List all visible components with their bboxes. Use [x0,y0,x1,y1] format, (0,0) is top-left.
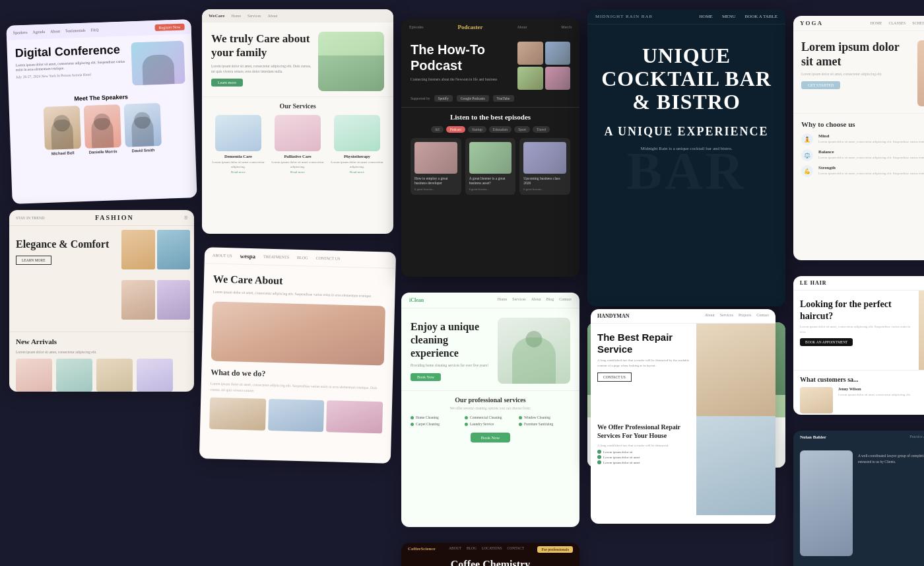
cleaning-nav-contact[interactable]: Contact [559,297,572,303]
wecare-cta-button[interactable]: Learn more [211,79,243,87]
coffee-nav-about[interactable]: ABOUT [449,546,461,553]
yoga-feat-text-2: Balance Lorem ipsum dolor sit amet, cons… [818,149,924,160]
testimonial-image [800,387,833,413]
conf-nav-testimonials[interactable]: Testimonials [65,28,86,33]
conf-nav-about[interactable]: About [50,29,60,34]
yoga-feat-text-3: Strength Lorem ipsum dolor sit amet, con… [818,165,924,176]
cleaning-nav-links: Home Services About Blog Contact [498,297,572,303]
testimonial-name: Jenny Wilson [838,387,924,391]
wespa-main-image [211,301,385,365]
wecare-nav-about[interactable]: About [267,14,277,18]
handy-lower-desc: A long established fact that a reader wi… [597,443,690,448]
fashion-menu-icon[interactable]: ☰ [184,215,187,220]
speaker-item: David Smith [123,103,162,153]
cleaning-title: Enjoy a unique cleaning experience [411,320,491,360]
svc-dot-6 [519,423,522,426]
tag-travel[interactable]: Travel [533,126,550,133]
hair-book-button[interactable]: BOOK AN APPOINTMENT [800,338,853,346]
fashion-product-1 [16,359,52,392]
cleaning-nav-about[interactable]: About [531,297,541,303]
lawyer-card: Nolan Bahler Practice Areas About FAQ Co… [793,431,924,566]
conf-nav-faq[interactable]: FAQ [90,28,98,32]
coffee-nav-blog[interactable]: BLOG [467,546,477,553]
svc-dot-2 [465,416,468,419]
svc-item-4: Carpet Cleaning [411,422,462,426]
tag-all[interactable]: All [431,126,444,133]
conference-description: Lorem ipsum dolor sit amet, consectetur … [15,59,126,73]
cleaning-nav-home[interactable]: Home [498,297,508,303]
wespa-nav-blog[interactable]: BLOG [297,256,308,260]
cocktail-nav-menu[interactable]: MENU [722,14,736,19]
service-link-3[interactable]: Read more [350,170,364,174]
podcast-nav-episodes[interactable]: Episodes [409,25,424,29]
yoga-nav-home[interactable]: HOME [871,21,882,25]
service-item-1: Dementia Care Lorem ipsum dolor sit amet… [211,115,265,174]
episode-item-2: A great listener is a great business ass… [465,138,516,195]
wecare-card: WeCare Home Services About We truly Care… [202,9,393,234]
podcast-thumb-1 [517,42,543,65]
googlepodcasts-badge[interactable]: Google Podcasts [457,95,489,102]
yoga-feat-name-2: Balance [818,149,924,155]
service-item-2: Palliative Care Lorem ipsum dolor sit am… [271,115,325,174]
fashion-learn-button[interactable]: LEARN MORE [16,256,51,265]
yoga-nav-classes[interactable]: CLASSES [888,21,906,25]
tag-startup[interactable]: Startup [468,126,486,133]
coffee-pro-button[interactable]: For professionals [537,546,573,553]
speaker-avatar-2 [83,104,121,149]
cocktail-nav-book[interactable]: BOOK A TABLE [745,14,777,19]
conf-nav-agenda[interactable]: Agenda [32,30,45,34]
cocktail-nav-home[interactable]: HOME [699,14,713,19]
cocktail-description: Midnight Rain is a unique cocktail bar a… [601,145,772,153]
lawyer-nav-practice[interactable]: Practice Areas [909,435,924,440]
conf-nav-speakers[interactable]: Speakers [13,30,28,35]
cleaning-hero: Enjoy a unique cleaning experience Provi… [401,308,579,390]
register-button[interactable]: Register Now [154,24,184,32]
spotify-badge[interactable]: Spotify [434,95,453,102]
handy-check-2: Lorem ipsum dolor sit amet [597,455,690,459]
podcast-nav-about[interactable]: About [517,25,527,29]
yoga-cta-button[interactable]: GET STARTED [801,81,840,89]
service-image-2 [275,115,321,151]
cocktail-nav-links: HOME MENU BOOK A TABLE [699,14,777,19]
wespa-nav-contact[interactable]: CONTACT US [315,256,340,261]
handy-nav: HANDYMAN About Services Projects Contact [591,309,776,324]
wecare-nav-services[interactable]: Services [248,14,261,18]
handy-nav-about[interactable]: About [705,313,715,319]
hair-logo: LE HAIR [800,280,827,286]
podcast-thumb-4 [545,67,571,90]
handy-hero-text: The Best Repair Service A long establish… [591,324,696,416]
lawyer-content: A well-coordinated lawyer group of compl… [793,444,924,563]
lawyer-nav-links: Practice Areas About FAQ Contact [909,435,924,440]
coffee-nav-locations[interactable]: LOCATIONS [482,546,502,553]
cleaning-cta-button[interactable]: Book Now [411,373,441,381]
episode-title-3: Upcoming business class 2026 [523,176,566,186]
service-link-1[interactable]: Read more [231,170,246,174]
cleaning-nav-blog[interactable]: Blog [546,297,554,303]
handy-nav-services[interactable]: Services [720,313,733,319]
wespa-nav-about[interactable]: ABOUT US [213,254,232,258]
tag-podcast[interactable]: Podcast [446,126,465,133]
tag-sport[interactable]: Sport [514,126,530,133]
cleaning-nav-services[interactable]: Services [512,297,525,303]
cocktail-logo: MIDNIGHT RAIN BAR [595,14,653,19]
coffee-nav-contact[interactable]: CONTACT [508,546,525,553]
service-link-2[interactable]: Read more [290,170,305,174]
handy-nav-projects[interactable]: Projects [739,313,751,319]
cleaning-hero-text: Enjoy a unique cleaning experience Provi… [411,320,491,380]
fashion-product-4 [137,359,173,392]
svc-dot-4 [411,423,414,426]
wecare-hero: We truly Care about your family Lorem ip… [202,22,393,96]
wespa-nav-treatments[interactable]: TREATMENTS [263,255,289,260]
wecare-nav-home[interactable]: Home [231,14,241,18]
wespa-what-title: What do we do? [211,367,383,382]
podcast-episodes: How to employ a great business developer… [411,138,570,195]
handy-nav-contact[interactable]: Contact [756,313,769,319]
service-title-1: Dementia Care [224,154,252,159]
cleaning-book-button[interactable]: Book Now [471,433,510,442]
youtube-badge[interactable]: YouTube [493,95,514,102]
service-image-3 [334,115,380,151]
yoga-nav-schedule[interactable]: SCHEDULE [912,21,924,25]
podcast-nav-merch[interactable]: Merch [561,25,572,29]
handy-contact-button[interactable]: CONTACT US [597,372,632,382]
tag-education[interactable]: Education [489,126,512,133]
